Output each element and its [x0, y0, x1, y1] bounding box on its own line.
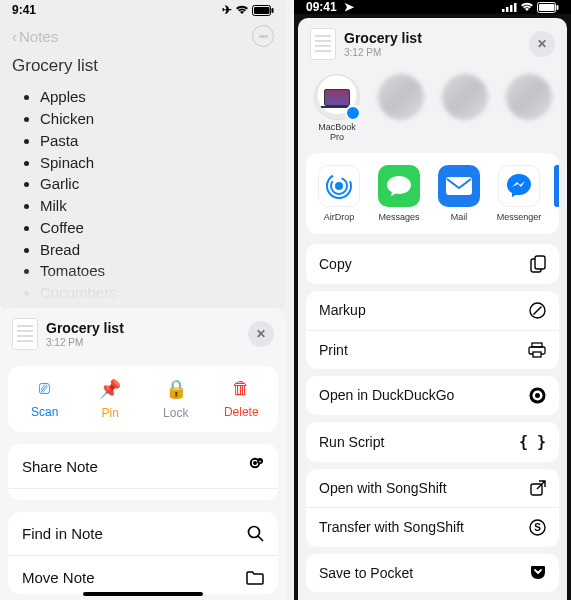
move-note-row[interactable]: Move Note [8, 555, 278, 594]
contact-macbook[interactable]: MacBook Pro [310, 74, 364, 143]
svg-rect-17 [510, 5, 513, 12]
sheet-header: Grocery list 3:12 PM ✕ [0, 308, 286, 360]
lock-button[interactable]: 🔒 Lock [143, 378, 209, 420]
app-label: Mail [451, 212, 468, 222]
contact-item[interactable] [438, 74, 492, 143]
status-bar: 9:41 ✈︎ [0, 0, 286, 20]
print-row[interactable]: Print [306, 330, 559, 369]
songshift-icon: S [529, 519, 546, 536]
pocket-icon [530, 565, 546, 580]
svg-point-22 [335, 182, 343, 190]
list-item: Tomatoes [40, 260, 274, 282]
share-sheet: Grocery list 3:12 PM ✕ ⎚ Scan 📌 Pin 🔒 Lo… [0, 308, 286, 600]
svg-text:+: + [259, 458, 262, 464]
sheet-group-2: Find in Note Move Note Lines & Grids [8, 512, 278, 594]
avatar [378, 74, 424, 120]
sheet-title: Grocery list [46, 320, 124, 336]
list-item: Cucumbers [40, 282, 274, 304]
facebook-icon [554, 165, 559, 207]
contact-item[interactable] [374, 74, 428, 143]
songshift-open-row[interactable]: Open with SongShift [306, 469, 559, 507]
svg-rect-1 [254, 7, 270, 14]
pin-button[interactable]: 📌 Pin [78, 378, 144, 420]
airplane-icon: ✈︎ [222, 3, 232, 17]
back-button[interactable]: ‹ Notes [12, 28, 58, 45]
status-time: 09:41 [306, 0, 337, 14]
row-label: Markup [319, 302, 366, 318]
svg-point-8 [249, 527, 260, 538]
messenger-icon [498, 165, 540, 207]
row-label: Run Script [319, 434, 384, 450]
share-note-row[interactable]: Share Note + [8, 444, 278, 488]
note-title: Grocery list [12, 56, 274, 76]
sheet-group-1: Share Note + Send a Copy [8, 444, 278, 500]
close-icon[interactable]: ✕ [529, 31, 555, 57]
row-label: Open in DuckDuckGo [319, 387, 454, 403]
share-sheet: Grocery list 3:12 PM ✕ MacBook Pro [298, 18, 567, 600]
notes-background: ‹ Notes ••• Grocery list Apples Chicken … [0, 20, 286, 308]
find-in-note-row[interactable]: Find in Note [8, 512, 278, 555]
messages-icon [378, 165, 420, 207]
action-label: Lock [163, 406, 188, 420]
app-mail[interactable]: Mail [434, 165, 484, 222]
pocket-row[interactable]: Save to Pocket [306, 554, 559, 592]
row-label: Find in Note [22, 525, 103, 542]
list-item: Chicken [40, 108, 274, 130]
svg-rect-20 [539, 4, 555, 11]
svg-rect-15 [502, 9, 505, 12]
row-label: Transfer with SongShift [319, 519, 464, 535]
chevron-left-icon: ‹ [12, 28, 17, 45]
app-airdrop[interactable]: AirDrop [314, 165, 364, 222]
lock-icon: 🔒 [165, 378, 187, 400]
svg-line-9 [258, 536, 263, 541]
svg-rect-2 [272, 8, 274, 13]
svg-rect-21 [557, 5, 559, 10]
row-label: Save to Pocket [319, 565, 413, 581]
scan-button[interactable]: ⎚ Scan [12, 378, 78, 420]
scan-icon: ⎚ [39, 378, 50, 399]
avatar [506, 74, 552, 120]
airdrop-contacts: MacBook Pro [298, 70, 567, 153]
status-bar: 09:41 ➤ [294, 0, 571, 14]
airdrop-badge-icon [345, 105, 361, 121]
app-messages[interactable]: Messages [374, 165, 424, 222]
contact-item[interactable] [566, 74, 567, 143]
markup-row[interactable]: Markup [306, 291, 559, 330]
list-item: Garlic [40, 173, 274, 195]
svg-rect-18 [514, 3, 517, 12]
copy-icon [530, 255, 546, 273]
send-copy-row[interactable]: Send a Copy [8, 488, 278, 500]
quick-actions: ⎚ Scan 📌 Pin 🔒 Lock 🗑 Delete [8, 366, 278, 432]
list-item: Spinach [40, 152, 274, 174]
contact-label: MacBook Pro [310, 123, 364, 143]
svg-point-4 [253, 461, 257, 465]
songshift-transfer-row[interactable]: Transfer with SongShift S [306, 507, 559, 547]
sheet-container: Grocery list 3:12 PM ✕ MacBook Pro [294, 14, 571, 600]
contact-item[interactable] [502, 74, 556, 143]
row-label: Print [319, 342, 348, 358]
svg-rect-25 [446, 177, 472, 195]
home-indicator[interactable] [83, 592, 203, 596]
svg-rect-27 [535, 256, 545, 269]
wifi-icon [520, 2, 534, 12]
row-label: Share Note [22, 458, 98, 475]
location-icon: ➤ [344, 0, 354, 14]
airdrop-icon [318, 165, 360, 207]
delete-button[interactable]: 🗑 Delete [209, 378, 275, 420]
run-script-row[interactable]: Run Script { } [306, 422, 559, 462]
app-facebook[interactable]: F [554, 165, 559, 222]
copy-row[interactable]: Copy [306, 244, 559, 284]
close-icon[interactable]: ✕ [248, 321, 274, 347]
back-label: Notes [19, 28, 58, 45]
phone-right: 09:41 ➤ Grocery list 3:12 PM ✕ [294, 0, 571, 600]
list-item: Pasta [40, 130, 274, 152]
trash-icon: 🗑 [232, 378, 250, 399]
more-icon[interactable]: ••• [252, 25, 274, 47]
app-messenger[interactable]: Messenger [494, 165, 544, 222]
folder-icon [246, 571, 264, 585]
laptop-icon [324, 89, 350, 106]
row-label: Move Note [22, 569, 95, 586]
duckduckgo-row[interactable]: Open in DuckDuckGo [306, 376, 559, 415]
list-item: Bread [40, 239, 274, 261]
sheet-title: Grocery list [344, 30, 422, 46]
